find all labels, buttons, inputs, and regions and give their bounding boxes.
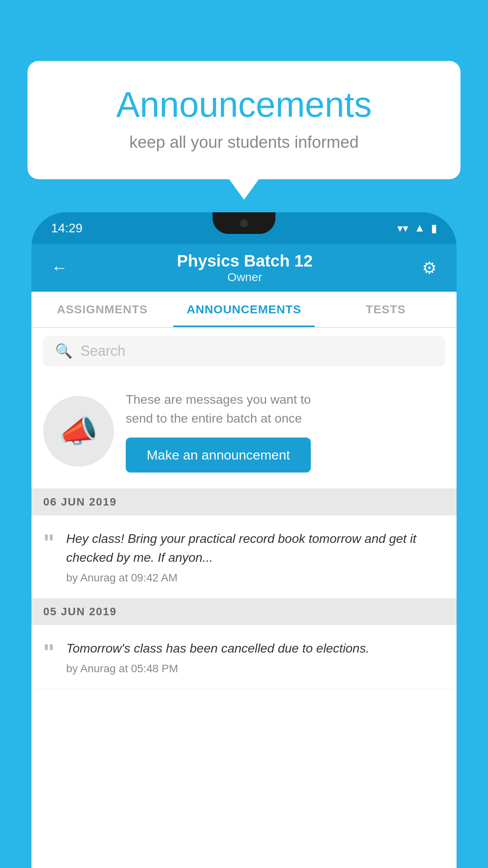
speech-bubble: Announcements keep all your students inf… <box>28 61 460 179</box>
notch <box>213 212 275 234</box>
tab-tests[interactable]: TESTS <box>315 292 457 327</box>
settings-button[interactable]: ⚙ <box>422 258 437 278</box>
prompt-right: These are messages you want to send to t… <box>126 390 311 473</box>
bubble-title: Announcements <box>59 85 429 125</box>
date-separator-1: 06 JUN 2019 <box>31 489 457 515</box>
camera <box>240 219 248 227</box>
announcement-content-1: Hey class! Bring your practical record b… <box>66 529 445 584</box>
quote-icon-1: " <box>43 531 54 555</box>
search-icon: 🔍 <box>55 343 73 359</box>
search-placeholder: Search <box>81 343 125 359</box>
bubble-subtitle: keep all your students informed <box>59 133 429 152</box>
announcement-item-2[interactable]: " Tomorrow's class has been cancelled du… <box>31 625 457 689</box>
announcement-content-2: Tomorrow's class has been cancelled due … <box>66 639 445 675</box>
status-icons: ▾▾ ▲ ▮ <box>397 222 437 235</box>
megaphone-circle: 📣 <box>43 396 114 467</box>
search-bar[interactable]: 🔍 Search <box>43 336 445 366</box>
announcement-text-1: Hey class! Bring your practical record b… <box>66 529 445 567</box>
announcement-meta-1: by Anurag at 09:42 AM <box>66 572 445 584</box>
date-separator-2: 05 JUN 2019 <box>31 598 457 625</box>
quote-icon-2: " <box>43 641 54 664</box>
speech-bubble-section: Announcements keep all your students inf… <box>28 61 460 179</box>
megaphone-icon: 📣 <box>59 413 98 450</box>
wifi-icon: ▾▾ <box>397 222 408 235</box>
search-container: 🔍 Search <box>31 328 457 374</box>
tabs-bar: ASSIGNMENTS ANNOUNCEMENTS TESTS <box>31 292 457 328</box>
status-bar: 14:29 ▾▾ ▲ ▮ <box>31 212 457 244</box>
phone-content: ← Physics Batch 12 Owner ⚙ ASSIGNMENTS A… <box>31 244 457 868</box>
back-button[interactable]: ← <box>51 258 68 277</box>
announcement-prompt: 📣 These are messages you want to send to… <box>31 374 457 489</box>
status-time: 14:29 <box>51 221 83 235</box>
batch-role: Owner <box>177 270 313 284</box>
make-announcement-button[interactable]: Make an announcement <box>126 438 311 473</box>
signal-icon: ▲ <box>414 222 425 234</box>
prompt-text: These are messages you want to send to t… <box>126 390 311 428</box>
batch-title: Physics Batch 12 <box>177 252 313 270</box>
announcement-meta-2: by Anurag at 05:48 PM <box>66 662 445 675</box>
battery-icon: ▮ <box>431 222 437 235</box>
header-center: Physics Batch 12 Owner <box>177 252 313 284</box>
tab-assignments[interactable]: ASSIGNMENTS <box>31 292 173 327</box>
announcement-text-2: Tomorrow's class has been cancelled due … <box>66 639 445 658</box>
app-header: ← Physics Batch 12 Owner ⚙ <box>31 244 457 292</box>
announcement-item-1[interactable]: " Hey class! Bring your practical record… <box>31 515 457 598</box>
phone-frame: 14:29 ▾▾ ▲ ▮ ← Physics Batch 12 Owner ⚙ … <box>31 212 457 868</box>
tab-announcements[interactable]: ANNOUNCEMENTS <box>173 292 315 327</box>
